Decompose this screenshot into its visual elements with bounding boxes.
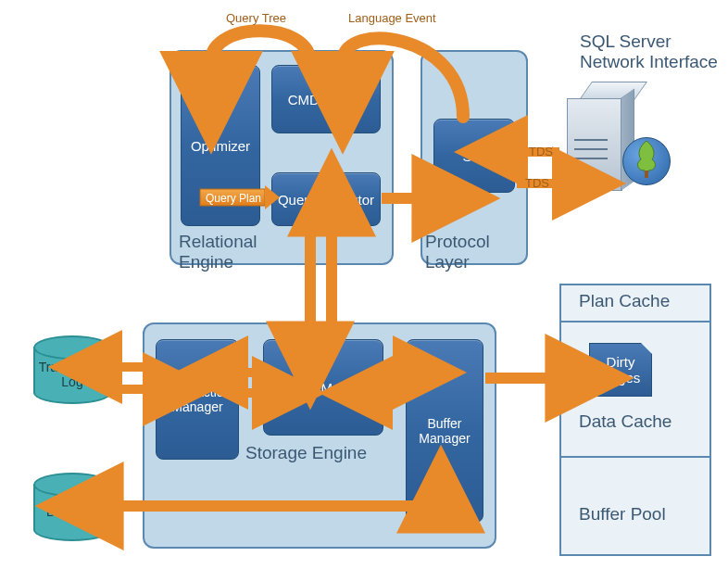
tds-in-arrow-label: TDS [529, 145, 553, 158]
server-slot [574, 139, 608, 141]
server-icon-top [579, 82, 647, 100]
tds-out-arrow-label: TDS [525, 176, 549, 190]
access-methods-block: Access Methods [263, 339, 383, 436]
server-slot [574, 148, 608, 150]
cmd-parser-block: CMD Parser [271, 65, 381, 133]
buffer-pool-label: Buffer Pool [579, 504, 666, 525]
storage-engine-label: Storage Engine [245, 443, 367, 463]
transaction-manager-block: Transaction Manager [156, 339, 239, 460]
relational-engine-label: Relational Engine [179, 232, 308, 272]
pool-divider [561, 456, 709, 458]
query-executor-block: Query Executor [271, 172, 381, 226]
svg-rect-0 [645, 171, 648, 178]
tree-icon [634, 139, 659, 180]
server-icon [567, 98, 622, 191]
language-event-arrow-label: Language Event [348, 11, 436, 25]
query-plan-arrow-label: Query Plan [206, 192, 261, 205]
sni-block: SNI [433, 119, 515, 193]
dirty-pages-block: Dirty Pages [589, 343, 652, 397]
query-tree-arrow-label: Query Tree [226, 11, 286, 25]
server-slot [574, 158, 608, 159]
data-file-cylinder-top [33, 473, 111, 497]
protocol-layer-label: Protocol Layer [425, 232, 527, 272]
sni-title: SQL Server Network Interface [580, 32, 728, 72]
plan-cache-label: Plan Cache [579, 291, 670, 311]
transaction-log-cylinder-top [33, 335, 111, 360]
data-cache-label: Data Cache [579, 411, 672, 432]
pool-divider [561, 321, 709, 322]
buffer-manager-block: Buffer Manager [406, 339, 483, 523]
